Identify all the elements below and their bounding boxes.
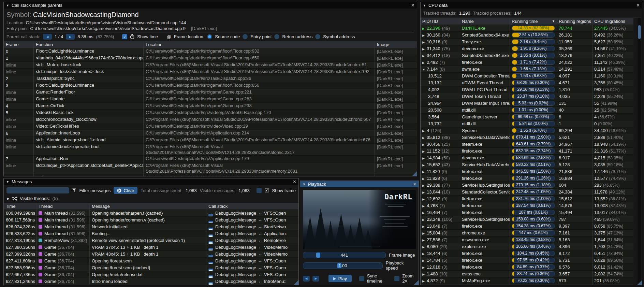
cpu-process-row[interactable]: ▶16,464(7)firefox.exe187 ms (0.81%)15,49…	[421, 209, 633, 216]
radio-symbol-address[interactable]	[315, 34, 320, 39]
message-row[interactable]: 606,117,568nsMain thread (31,596)Opening…	[4, 216, 298, 223]
visible-threads-row[interactable]: ▶ Visible threads: (5)	[7, 196, 296, 201]
show-frame-checkbox[interactable]	[257, 188, 262, 193]
expand-icon[interactable]: ▶	[422, 258, 427, 263]
message-row[interactable]: 626,833,622nsMain thread (31,596)Booting…	[4, 230, 298, 237]
message-row[interactable]: 627,831,246nsGame (36,704)Intro menu loa…	[4, 278, 298, 285]
callstack-frame-row[interactable]: inlineGame::UpdateC:\Users\wolf\Desktop\…	[4, 96, 417, 102]
collapse-icon[interactable]: ▼	[6, 4, 9, 7]
callstack-frame-row[interactable]: 2TaskDispatch::SyncC:\Users\wolf\Desktop…	[4, 75, 417, 82]
callstack-frame-row[interactable]: inlinestd::_Mutex_base::lockC:\Program F…	[4, 61, 417, 68]
col-cpu-migrations[interactable]: CPU migrations	[592, 18, 633, 25]
radio-return-address[interactable]	[274, 34, 279, 39]
cpu-process-row[interactable]: ▶12,692(9)firefox.exe231.76 ms (1.00%)15…	[421, 195, 633, 202]
col-image[interactable]: Image	[375, 41, 417, 48]
close-icon[interactable]: ×	[636, 3, 640, 8]
callstack-frame-row[interactable]: inlinestd::unique_ptr<Application,std::d…	[4, 162, 417, 174]
show-time-checkbox[interactable]: ✓	[122, 34, 127, 39]
zoom-2x-checkbox[interactable]	[394, 276, 399, 281]
callstack-frame-row[interactable]: 6Application::InnerLoopC:\Users\wolf\Des…	[4, 130, 417, 137]
expand-icon[interactable]: ▶	[7, 197, 10, 200]
col-running-regions[interactable]: Running regions	[557, 18, 592, 25]
col-location[interactable]: Location	[144, 41, 375, 48]
expand-icon[interactable]: ▶	[422, 271, 427, 277]
col-pid-tid[interactable]: PID/TID	[421, 18, 460, 25]
expand-icon[interactable]: ▶	[422, 264, 427, 270]
callstack-frame-row[interactable]: inlinestd::atomic<bool>::operator boolC:…	[4, 143, 417, 155]
expand-icon[interactable]: ▶	[422, 135, 427, 141]
callstack-list-icon[interactable]	[208, 241, 213, 244]
callstack-frame-row[interactable]: 5VideoGLBase::TickC:\Users\wolf\Desktop\…	[4, 109, 417, 116]
expand-icon[interactable]: ▶	[422, 251, 427, 257]
cpu-process-row[interactable]: ▶27,536(7)msvsmon.exe133.45 ms (0.58%)5,…	[421, 236, 633, 243]
message-row[interactable]: 627,313,190nsRemoteView (31,392)Remote v…	[4, 237, 298, 244]
cpu-process-row[interactable]: ▶10,316(9)Tracy.exe2.18 s (9.45%)11,0585…	[421, 38, 633, 45]
cpu-process-row[interactable]: 24,964DWM Master Input Thread5.03 ms (0.…	[421, 100, 633, 106]
col-message[interactable]: Message	[90, 203, 206, 210]
cpu-process-row[interactable]: ▶29,388(77)ServiceHub.SettingsHost273.15…	[421, 182, 633, 188]
col-frame[interactable]: Frame	[4, 41, 34, 48]
expand-icon[interactable]: ▶	[422, 169, 427, 175]
expand-icon[interactable]: ▶	[422, 53, 427, 59]
col-thread[interactable]: Thread	[36, 203, 90, 210]
cpu-process-row[interactable]: ▶23,348(106)ServiceHub.SettingsHost158.0…	[421, 216, 633, 223]
cpu-process-row[interactable]: ▶11,152(12)firefox.exe632.15 ms (2.74%)4…	[421, 147, 633, 154]
collapse-icon[interactable]: ▼	[6, 180, 9, 184]
callstack-frame-row[interactable]: inlineVideo::GetTicksHiResC:\Users\wolf\…	[4, 123, 417, 130]
message-row[interactable]: 627,667,736nsGame (36,704)Opening /meta/…	[4, 271, 298, 278]
cpu-process-row[interactable]: ▶14,984(50)devenv.exe584.69 ms (2.53%)6,…	[421, 154, 633, 161]
cpu-process-row[interactable]: 4,092DWM LPC Port Thread29.16 ms (0.13%)…	[421, 86, 633, 93]
resize-grip[interactable]	[414, 280, 419, 285]
cpu-process-row[interactable]: ▶15,004(8)chrome.exe147 ms (0.64%)7,1613…	[421, 229, 633, 236]
callstack-frame-row[interactable]: inlinestd::_Atomic_storage<bool,1>::load…	[4, 137, 417, 143]
callstack-list-icon[interactable]	[208, 282, 213, 285]
expand-icon[interactable]: ▶	[422, 176, 427, 182]
expand-icon[interactable]: ▶	[422, 196, 427, 202]
cpu-process-row[interactable]: 10,512DWM Compositor Thread1.53 s (6.63%…	[421, 72, 633, 79]
message-row[interactable]: 627,411,606nsGame (36,704)Opening /fores…	[4, 257, 298, 264]
message-row[interactable]: 606,049,398nsMain thread (31,596)Opening…	[4, 210, 298, 216]
step-forward-button[interactable]: ▶	[312, 276, 319, 282]
callstack-list-icon[interactable]	[208, 248, 213, 250]
cpu-process-row[interactable]: ▶14,784(5)firefox.exe97.95 ms (0.42%)6,7…	[421, 257, 633, 263]
col-function[interactable]: Function	[34, 41, 144, 48]
expand-icon[interactable]: ▶	[422, 148, 427, 154]
col-name[interactable]: Name	[460, 18, 510, 25]
callstack-list-icon[interactable]	[208, 255, 213, 257]
expand-icon[interactable]: ▶	[422, 244, 427, 250]
collapse-icon[interactable]: ▼	[423, 4, 426, 7]
cpu-process-row[interactable]: ▶13,048(7)firefox.exe154.28 ms (0.67%)9,…	[421, 223, 633, 229]
expand-icon[interactable]: ▼	[422, 67, 427, 72]
cpu-process-row[interactable]: ▶2,492(7)firefox.exe1.71 s (7.42%)24,022…	[421, 59, 633, 66]
expand-icon[interactable]: ▶	[422, 285, 427, 285]
playback-speed-slider[interactable]: 1.00	[303, 262, 383, 269]
cpu-process-row[interactable]: ▶35,812(88)ServiceHub.DataWarehou670.41 …	[421, 134, 633, 141]
expand-icon[interactable]: ▶	[422, 210, 427, 216]
message-row[interactable]: 627,399,326nsGame (36,704)VRAM 43x45: 15…	[4, 250, 298, 257]
sync-timeline-checkbox[interactable]	[359, 276, 364, 281]
scrollbar-thumb[interactable]	[638, 25, 641, 39]
callstack-frame-row[interactable]: 8mainC:\Users\wolf\Desktop\darkrl\src\En…	[4, 174, 417, 176]
message-row[interactable]: 627,380,356nsGame (36,704)VRAM 37x45: 13…	[4, 244, 298, 250]
callstack-list-icon[interactable]	[208, 214, 213, 216]
callstack-frame-row[interactable]: inlinestd::chrono::steady_clock::nowC:\P…	[4, 116, 417, 123]
clear-button[interactable]: Clear	[114, 187, 137, 194]
expand-icon[interactable]: ▶	[422, 278, 427, 284]
cpu-process-row[interactable]: ▶30,160(84)ScriptedSandbox64.exe2.51 s (…	[421, 31, 633, 38]
expand-icon[interactable]: ▶	[422, 203, 427, 209]
resize-grip[interactable]	[637, 280, 642, 285]
cpu-process-row[interactable]: 3,748DWM Token Thread23.37 ms (0.10%)4,0…	[421, 93, 633, 100]
expand-icon[interactable]: ▶	[422, 60, 427, 66]
callstack-frame-row[interactable]: 4Game::OnTickC:\Users\wolf\Desktop\darkr…	[4, 102, 417, 109]
resize-grip[interactable]	[294, 280, 298, 285]
callstack-list-icon[interactable]	[208, 234, 213, 237]
expand-icon[interactable]: ▶	[422, 142, 427, 147]
callstack-list-icon[interactable]	[208, 228, 213, 230]
prev-stack-button[interactable]: ◀	[43, 34, 52, 40]
expand-icon[interactable]: ▶	[422, 224, 427, 229]
message-row[interactable]: 626,024,328nsMain thread (31,596)Network…	[4, 223, 298, 230]
cpu-process-row[interactable]: ▶31,340(75)devenv.exe1.91 s (8.26%)35,36…	[421, 45, 633, 52]
frame-image-slider[interactable]: 441	[303, 252, 386, 258]
cpu-process-row[interactable]: ▶27,696(17)Microsoft.ServiceHub.Co48.06 …	[421, 284, 633, 285]
callstack-list-icon[interactable]	[208, 262, 213, 264]
